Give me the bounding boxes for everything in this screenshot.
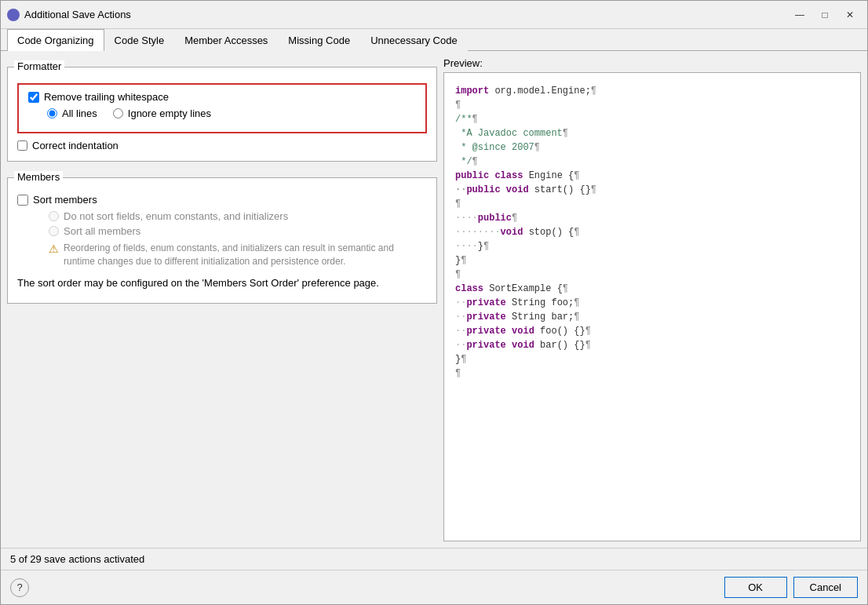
remove-trailing-whitespace-label: Remove trailing whitespace bbox=[44, 91, 169, 103]
do-not-sort-fields-radio[interactable] bbox=[49, 211, 59, 221]
cancel-button[interactable]: Cancel bbox=[793, 577, 858, 598]
code-line: * @since 2007¶ bbox=[455, 140, 849, 155]
dialog-window: Additional Save Actions — □ ✕ Code Organ… bbox=[0, 0, 868, 605]
sort-all-members-item: Sort all members bbox=[49, 225, 427, 237]
code-line: }¶ bbox=[455, 352, 849, 366]
code-line: ··private void bar() {}¶ bbox=[455, 338, 849, 352]
code-line: *A Javadoc comment¶ bbox=[455, 126, 849, 140]
close-button[interactable]: ✕ bbox=[839, 6, 861, 24]
code-line: import org.model.Engine;¶ bbox=[455, 84, 849, 98]
tab-missing-code[interactable]: Missing Code bbox=[278, 29, 360, 51]
code-line: ¶ bbox=[455, 366, 849, 381]
code-line: class SortExample {¶ bbox=[455, 282, 849, 296]
correct-indentation-label: Correct indentation bbox=[32, 140, 119, 151]
title-bar: Additional Save Actions — □ ✕ bbox=[1, 1, 867, 29]
members-content: Sort members Do not sort fields, enum co… bbox=[17, 194, 427, 290]
code-line: /**¶ bbox=[455, 112, 849, 126]
all-lines-label: All lines bbox=[62, 108, 97, 119]
tab-code-organizing[interactable]: Code Organizing bbox=[7, 29, 104, 51]
formatter-group-title: Formatter bbox=[14, 60, 64, 72]
correct-indentation-checkbox[interactable] bbox=[17, 140, 27, 151]
code-line: ····}¶ bbox=[455, 239, 849, 253]
maximize-button[interactable]: □ bbox=[814, 6, 836, 24]
sort-members-sub-group: Do not sort fields, enum constants, and … bbox=[49, 210, 427, 237]
button-bar: ? OK Cancel bbox=[1, 570, 867, 604]
warning-icon: ⚠ bbox=[49, 242, 59, 255]
code-line: ¶ bbox=[455, 197, 849, 211]
remove-trailing-whitespace-checkbox[interactable] bbox=[28, 92, 39, 103]
left-panel: Formatter Remove trailing whitespace bbox=[7, 57, 437, 541]
code-line: ··private String foo;¶ bbox=[455, 296, 849, 310]
remove-trailing-whitespace-row: Remove trailing whitespace bbox=[28, 91, 416, 103]
correct-indentation-row: Correct indentation bbox=[17, 140, 427, 151]
code-line: ····public¶ bbox=[455, 211, 849, 225]
content-area: Formatter Remove trailing whitespace bbox=[1, 51, 867, 548]
code-line: ········void stop() {¶ bbox=[455, 225, 849, 239]
code-line: ··public void start() {}¶ bbox=[455, 183, 849, 197]
window-icon bbox=[7, 9, 20, 21]
formatter-content: Remove trailing whitespace All lines Ign… bbox=[17, 83, 427, 151]
all-lines-radio[interactable] bbox=[47, 108, 57, 118]
code-line: public class Engine {¶ bbox=[455, 169, 849, 183]
title-bar-controls: — □ ✕ bbox=[789, 6, 861, 24]
preview-label: Preview: bbox=[443, 57, 861, 69]
warning-box: ⚠ Reordering of fields, enum constants, … bbox=[49, 242, 427, 268]
ignore-empty-radio-item: Ignore empty lines bbox=[113, 108, 211, 119]
tab-code-style[interactable]: Code Style bbox=[104, 29, 175, 51]
sort-all-members-label: Sort all members bbox=[64, 225, 140, 237]
sort-members-checkbox[interactable] bbox=[17, 195, 28, 206]
do-not-sort-fields-label: Do not sort fields, enum constants, and … bbox=[64, 210, 288, 222]
members-group: Members Sort members Do not sort fields,… bbox=[7, 177, 437, 304]
code-line: ¶ bbox=[455, 268, 849, 282]
window-title: Additional Save Actions bbox=[24, 9, 789, 20]
whitespace-radio-group: All lines Ignore empty lines bbox=[47, 108, 416, 119]
sort-note: The sort order may be configured on the … bbox=[17, 276, 427, 290]
sort-members-label: Sort members bbox=[33, 194, 97, 206]
tab-member-accesses[interactable]: Member Accesses bbox=[174, 29, 278, 51]
members-group-box: Members Sort members Do not sort fields,… bbox=[7, 177, 437, 304]
preview-scrollable[interactable]: import org.model.Engine;¶ ¶ /**¶ *A Java… bbox=[450, 79, 854, 534]
status-text: 5 of 29 save actions activated bbox=[10, 553, 144, 565]
code-line: ··private String bar;¶ bbox=[455, 310, 849, 324]
sort-members-row: Sort members bbox=[17, 194, 427, 206]
ok-button[interactable]: OK bbox=[724, 577, 787, 598]
all-lines-radio-item: All lines bbox=[47, 108, 97, 119]
code-line: }¶ bbox=[455, 253, 849, 268]
tab-unnecessary-code[interactable]: Unnecessary Code bbox=[360, 29, 468, 51]
code-line: ··private void foo() {}¶ bbox=[455, 324, 849, 338]
warning-text: Reordering of fields, enum constants, an… bbox=[64, 242, 427, 268]
right-panel: Preview: import org.model.Engine;¶ ¶ /**… bbox=[443, 57, 861, 541]
remove-trailing-whitespace-box: Remove trailing whitespace All lines Ign… bbox=[17, 83, 427, 133]
help-button[interactable]: ? bbox=[10, 578, 29, 597]
minimize-button[interactable]: — bbox=[789, 6, 811, 24]
members-group-title: Members bbox=[14, 171, 63, 183]
formatter-group: Formatter Remove trailing whitespace bbox=[7, 67, 437, 162]
ignore-empty-lines-label: Ignore empty lines bbox=[128, 108, 211, 119]
code-line: */¶ bbox=[455, 155, 849, 169]
preview-box[interactable]: import org.model.Engine;¶ ¶ /**¶ *A Java… bbox=[443, 72, 861, 541]
do-not-sort-fields-item: Do not sort fields, enum constants, and … bbox=[49, 210, 427, 222]
tab-bar: Code Organizing Code Style Member Access… bbox=[1, 29, 867, 51]
status-bar: 5 of 29 save actions activated bbox=[1, 548, 867, 570]
code-line: ¶ bbox=[455, 98, 849, 112]
formatter-group-box: Formatter Remove trailing whitespace bbox=[7, 67, 437, 162]
ignore-empty-lines-radio[interactable] bbox=[113, 108, 123, 118]
sort-all-members-radio[interactable] bbox=[49, 226, 59, 236]
